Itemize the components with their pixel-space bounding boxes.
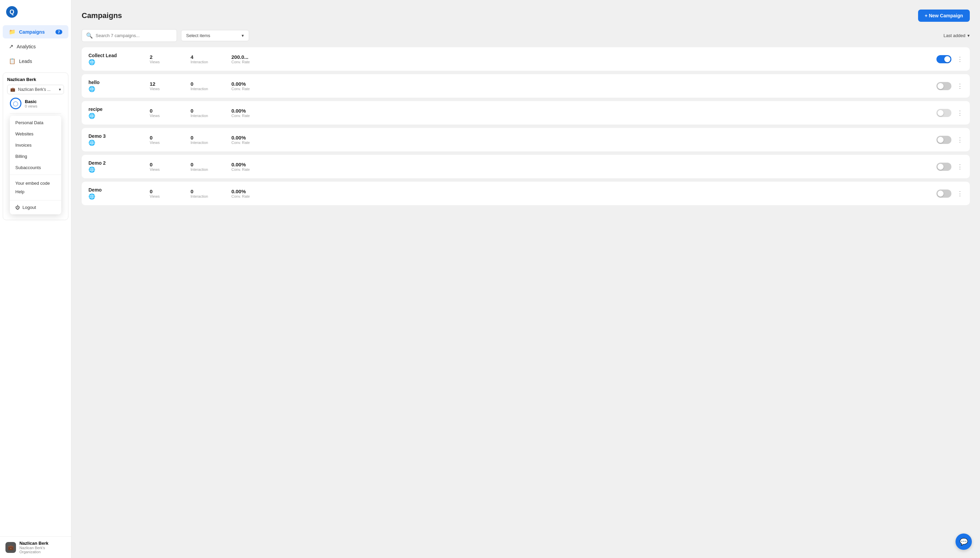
nav-leads[interactable]: 📋 Leads [3,54,68,68]
toggle-thumb [937,190,944,197]
conv-rate-label: Conv. Rate [231,60,262,64]
sort-chevron-icon: ▾ [967,33,970,38]
campaign-conv-rate: 0.00% [231,189,262,194]
campaign-interaction: 0 [190,189,221,194]
menu-divider-2 [10,200,61,200]
globe-icon: 🌐 [89,166,143,173]
toggle-thumb [937,164,944,170]
campaigns-icon: 📁 [9,29,16,35]
new-campaign-button[interactable]: + New Campaign [918,10,970,22]
logo: Q [0,6,71,25]
campaign-toggle[interactable] [936,190,951,198]
campaign-interaction: 0 [190,135,221,141]
campaign-toggle[interactable] [936,162,951,171]
campaign-row: hello 🌐 12 Views 0 Interaction 0.00% Con… [82,74,970,98]
account-dropdown-menu: Personal Data Websites Invoices Billing … [10,116,61,214]
campaign-toggle[interactable] [936,82,951,90]
menu-invoices[interactable]: Invoices [10,140,61,151]
footer-user-name: Nazlican Berk [20,541,66,546]
leads-icon: 📋 [9,58,16,64]
campaign-views: 0 [150,135,181,141]
campaign-conv-rate: 0.00% [231,162,262,167]
plan-circle: ◯ [10,98,21,109]
campaign-views: 0 [150,189,181,194]
user-section: Nazlican Berk 💼 Nazlican Berk's ... ▾ ◯ … [3,72,68,220]
more-options-button[interactable]: ⋮ [957,110,963,116]
chat-button[interactable]: 💬 [955,533,972,550]
campaign-interaction: 0 [190,108,221,114]
menu-websites[interactable]: Websites [10,128,61,140]
conv-rate-label: Conv. Rate [231,114,262,118]
more-options-button[interactable]: ⋮ [957,56,963,62]
more-options-button[interactable]: ⋮ [957,164,963,170]
page-title: Campaigns [82,11,122,20]
campaign-name: Demo [89,187,143,192]
campaigns-list: Collect Lead 🌐 2 Views 4 Interaction 200… [82,47,970,205]
interaction-label: Interaction [190,194,221,199]
nav-campaigns[interactable]: 📁 Campaigns 7 [3,25,68,38]
embed-code-link[interactable]: Your embed code [15,179,56,187]
analytics-icon: ↗ [9,43,13,50]
user-org-dropdown[interactable]: 💼 Nazlican Berk's ... ▾ [7,85,64,94]
conv-rate-label: Conv. Rate [231,87,262,91]
filters-row: 🔍 Select items ▾ Last added ▾ [82,29,970,42]
campaign-row: Demo 2 🌐 0 Views 0 Interaction 0.00% Con… [82,155,970,178]
sidebar: Q 📁 Campaigns 7 ↗ Analytics 📋 Leads Nazl… [0,0,71,558]
campaign-views: 12 [150,81,181,87]
views-label: Views [150,60,181,64]
interaction-label: Interaction [190,167,221,171]
sort-button[interactable]: Last added ▾ [944,33,970,38]
nav-leads-label: Leads [19,59,32,64]
views-label: Views [150,167,181,171]
avatar: 💼 [5,542,16,553]
conv-rate-label: Conv. Rate [231,167,262,171]
menu-subaccounts[interactable]: Subaccounts [10,162,61,173]
toggle-thumb [937,110,944,116]
campaign-interaction: 0 [190,81,221,87]
logout-icon: ⏻ [15,205,20,210]
campaign-interaction: 4 [190,54,221,60]
campaign-name: Demo 2 [89,160,143,166]
views-label: Views [150,87,181,91]
logout-button[interactable]: ⏻ Logout [10,202,61,213]
user-footer: 💼 Nazlican Berk Nazlican Berk's Organiza… [0,536,71,558]
menu-billing[interactable]: Billing [10,151,61,162]
campaign-conv-rate: 0.00% [231,81,262,87]
campaign-conv-rate: 0.00% [231,135,262,141]
main-content: Campaigns + New Campaign 🔍 Select items … [71,0,980,558]
more-options-button[interactable]: ⋮ [957,83,963,89]
help-link[interactable]: Help [15,187,56,196]
campaign-row: recipe 🌐 0 Views 0 Interaction 0.00% Con… [82,101,970,125]
globe-icon: 🌐 [89,140,143,146]
main-header: Campaigns + New Campaign [82,10,970,22]
conv-rate-label: Conv. Rate [231,141,262,144]
nav-campaigns-label: Campaigns [19,29,44,35]
chevron-down-icon: ▾ [59,87,61,92]
campaign-row: Collect Lead 🌐 2 Views 4 Interaction 200… [82,47,970,71]
globe-icon: 🌐 [89,59,143,65]
campaign-toggle[interactable] [936,136,951,144]
campaign-toggle[interactable] [936,109,951,117]
footer-user-org: Nazlican Berk's Organization [20,546,66,554]
select-items-dropdown[interactable]: Select items ▾ [181,30,249,41]
globe-icon: 🌐 [89,113,143,119]
campaigns-badge: 7 [56,30,62,34]
logout-label: Logout [23,205,36,210]
chevron-down-icon: ▾ [241,33,244,38]
campaign-name: Collect Lead [89,53,143,58]
logo-icon: Q [6,6,18,18]
user-org-label: Nazlican Berk's ... [18,87,51,92]
more-options-button[interactable]: ⋮ [957,190,963,197]
interaction-label: Interaction [190,87,221,91]
views-label: Views [150,141,181,144]
menu-personal-data[interactable]: Personal Data [10,117,61,128]
nav-analytics[interactable]: ↗ Analytics [3,40,68,53]
user-name: Nazlican Berk [7,77,64,82]
more-options-button[interactable]: ⋮ [957,137,963,143]
search-input[interactable] [95,33,172,38]
divider [10,113,61,114]
campaign-views: 2 [150,54,181,60]
conv-rate-label: Conv. Rate [231,194,262,199]
plan-section: ◯ Basic 0 views [7,94,64,111]
campaign-toggle[interactable] [936,55,951,63]
